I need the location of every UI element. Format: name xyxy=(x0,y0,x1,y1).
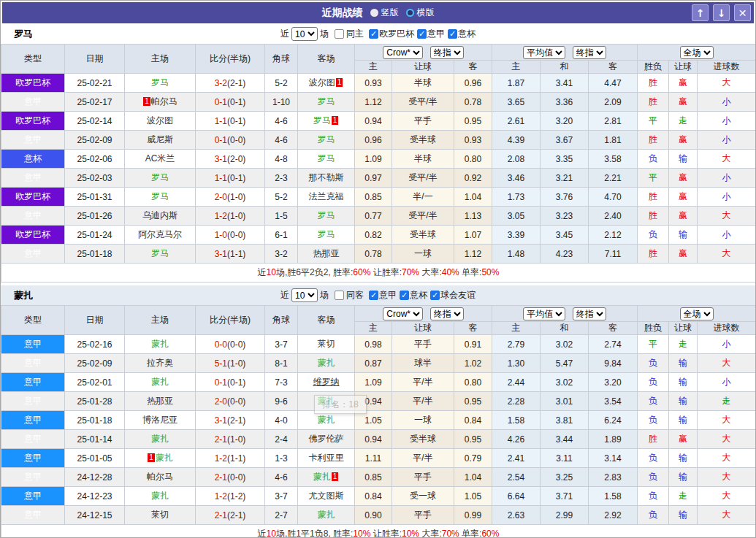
team-link[interactable]: 罗马 xyxy=(318,210,335,220)
corner-cell: 1-3 xyxy=(265,449,298,468)
match-date: 25-02-21 xyxy=(65,74,125,93)
summary-stat-value: 50% xyxy=(481,267,499,277)
team-link[interactable]: 蒙扎 xyxy=(318,415,335,425)
team-link[interactable]: 法兰克福 xyxy=(309,191,344,201)
team-link[interactable]: 帕尔马 xyxy=(151,96,177,107)
same-venue-checkbox[interactable] xyxy=(335,29,344,39)
team-link[interactable]: 卡利亚里 xyxy=(309,453,344,463)
layout-horizontal-radio[interactable]: 横版 xyxy=(406,7,435,19)
away-team-cell: 莱切 xyxy=(298,335,355,354)
match-row: 欧罗巴杯25-01-31罗马2-0(1-0)5-2法兰克福0.85半/一1.04… xyxy=(1,188,756,207)
team-link[interactable]: 罗马 xyxy=(151,172,169,182)
avg-source-select[interactable]: 平均值 xyxy=(523,307,565,320)
league-checkbox[interactable] xyxy=(417,29,427,39)
league-checkbox[interactable] xyxy=(430,291,440,300)
corner-cell: 4-6 xyxy=(265,131,298,150)
result-cell: 负 xyxy=(638,354,669,373)
scope-select[interactable]: 全场 xyxy=(680,46,714,59)
match-date: 24-12-23 xyxy=(65,487,125,506)
avg-time-select[interactable]: 终指 xyxy=(573,46,606,59)
col-odds-away: 客 xyxy=(454,61,492,74)
goals-result-cell: 大 xyxy=(698,411,756,430)
corner-cell: 4-8 xyxy=(265,150,298,169)
avg-home: 4.39 xyxy=(492,131,541,150)
avg-away: 2.81 xyxy=(589,112,638,131)
team-link[interactable]: 蒙扎 xyxy=(318,358,335,368)
summary-text: 单率: xyxy=(459,267,482,277)
team-link[interactable]: 波尔图 xyxy=(309,77,335,88)
team-link[interactable]: 乌迪内斯 xyxy=(142,210,177,220)
team-link[interactable]: 威尼斯 xyxy=(147,134,173,145)
avg-draw: 3.02 xyxy=(541,335,589,354)
league-badge: 意甲 xyxy=(1,169,65,188)
odds-source-select[interactable]: Crow* xyxy=(383,46,423,59)
team-link[interactable]: 罗马 xyxy=(318,96,335,107)
avg-source-select[interactable]: 平均值 xyxy=(523,46,565,59)
team-link[interactable]: 罗马 xyxy=(318,229,335,239)
team-link[interactable]: 蒙扎 xyxy=(156,453,173,463)
team-link[interactable]: 莱切 xyxy=(318,339,335,349)
team-link[interactable]: 佛罗伦萨 xyxy=(309,434,344,444)
league-checkbox[interactable] xyxy=(400,291,409,300)
col-odds-handicap: 让球 xyxy=(392,322,454,335)
odds-source-select[interactable]: Crow* xyxy=(383,307,423,320)
avg-draw: 3.41 xyxy=(541,74,589,93)
odds-time-select[interactable]: 终指 xyxy=(430,46,464,59)
close-button[interactable]: ✕ xyxy=(734,4,751,21)
team-link[interactable]: 罗马 xyxy=(151,191,169,201)
league-checkbox[interactable] xyxy=(369,29,378,39)
team-link[interactable]: 热那亚 xyxy=(147,396,173,406)
filter-near-label: 近 xyxy=(280,289,289,301)
team-link[interactable]: 蒙扎 xyxy=(318,510,335,520)
team-link[interactable]: 蒙扎 xyxy=(313,472,331,482)
same-venue-checkbox[interactable] xyxy=(335,291,344,300)
team-link[interactable]: 罗马 xyxy=(313,115,331,126)
match-date: 25-02-06 xyxy=(65,150,125,169)
scope-select[interactable]: 全场 xyxy=(680,307,714,320)
odds-time-select[interactable]: 终指 xyxy=(430,307,464,320)
team-link[interactable]: 阿尔克马尔 xyxy=(138,229,182,239)
team-link[interactable]: 蒙扎 xyxy=(151,434,169,444)
score-cell: 1-1(0-1) xyxy=(196,169,265,188)
team-link[interactable]: 蒙扎 xyxy=(151,491,169,501)
handicap-result-cell: 输 xyxy=(669,506,698,525)
team-link[interactable]: 博洛尼亚 xyxy=(142,415,177,425)
match-row: 意甲25-01-18罗马3-1(1-1)3-2热那亚0.78一球1.121.48… xyxy=(1,245,756,264)
team-link[interactable]: 尤文图斯 xyxy=(309,491,344,501)
team-link[interactable]: 那不勒斯 xyxy=(309,172,344,182)
layout-vertical-radio[interactable]: 竖版 xyxy=(370,7,399,19)
team-link[interactable]: 罗马 xyxy=(151,77,169,88)
odds-handicap: 平/半 xyxy=(392,373,454,392)
team-link[interactable]: 拉齐奥 xyxy=(147,358,173,368)
avg-away: 3.20 xyxy=(589,373,638,392)
team-link[interactable]: 维罗纳 xyxy=(313,377,340,387)
league-badge: 意甲 xyxy=(1,449,65,468)
team-link[interactable]: 热那亚 xyxy=(313,248,340,258)
team-link[interactable]: 罗马 xyxy=(318,153,335,164)
team-link[interactable]: 莱切 xyxy=(151,510,169,520)
move-up-button[interactable]: ↑ xyxy=(692,4,709,21)
result-cell: 胜 xyxy=(638,430,669,449)
match-count-select[interactable]: 10 xyxy=(291,27,318,41)
team-link[interactable]: 波尔图 xyxy=(147,115,173,126)
col-date: 日期 xyxy=(65,45,125,74)
team-link[interactable]: 帕尔马 xyxy=(147,472,173,482)
avg-time-select[interactable]: 终指 xyxy=(573,307,606,320)
match-count-select[interactable]: 10 xyxy=(291,288,318,302)
league-badge: 意甲 xyxy=(1,411,65,430)
titlebar-buttons: ↑ ↓ ✕ xyxy=(692,4,751,21)
avg-draw: 3.35 xyxy=(541,150,589,169)
team-link[interactable]: 蒙扎 xyxy=(151,339,169,349)
match-date: 25-01-31 xyxy=(65,188,125,207)
team-link[interactable]: 罗马 xyxy=(151,248,169,258)
team-link[interactable]: 蒙扎 xyxy=(151,377,169,387)
team-link[interactable]: 罗马 xyxy=(318,134,335,145)
league-checkbox[interactable] xyxy=(369,291,378,300)
team-link[interactable]: AC米兰 xyxy=(145,153,175,164)
avg-away: 9.84 xyxy=(589,354,638,373)
summary-stat-value: 10% xyxy=(353,529,370,538)
move-down-button[interactable]: ↓ xyxy=(713,4,730,21)
league-checkbox[interactable] xyxy=(448,29,457,39)
odds-home: 0.82 xyxy=(355,226,392,245)
goals-result-cell: 小 xyxy=(698,335,756,354)
